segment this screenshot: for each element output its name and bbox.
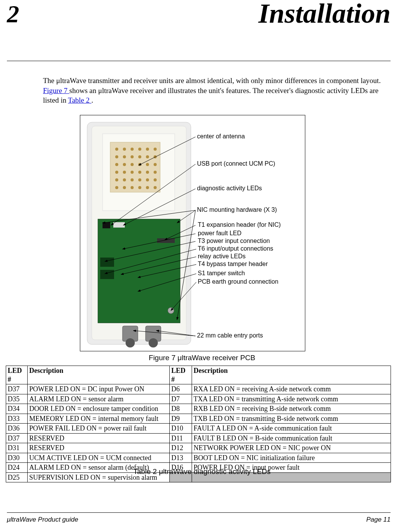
svg-point-18 [131, 163, 134, 166]
svg-point-9 [154, 148, 157, 151]
figure-caption: Figure 7 μltraWave receiver PCB [0, 354, 404, 362]
svg-point-24 [131, 171, 134, 174]
callout-cable-ports: 22 mm cable entry ports [197, 332, 263, 339]
callout-power-fault-led: power fault LED [198, 230, 242, 236]
figure-7-image: center of antenna USB port (connect UCM … [80, 115, 305, 351]
svg-point-29 [123, 178, 126, 181]
table-link[interactable]: Table 2 [68, 96, 91, 104]
intro-text-2: shows an μltraWave receiver and illustra… [43, 86, 379, 105]
callout-diag-leds: diagnostic activity LEDs [197, 185, 262, 191]
cell: RESERVED [28, 443, 170, 453]
cell: ALARM LED ON = sensor alarm [28, 394, 170, 404]
svg-rect-41 [103, 222, 110, 228]
callout-usb-port: USB port (connect UCM PC) [197, 160, 275, 167]
callout-t4-bypass: T4 bypass tamper header [198, 261, 268, 267]
svg-point-20 [146, 163, 149, 166]
callout-pcb-earth: PCB earth ground connection [198, 278, 278, 285]
svg-point-31 [138, 178, 141, 181]
svg-point-6 [131, 148, 134, 151]
svg-point-38 [146, 186, 149, 189]
svg-rect-42 [113, 222, 125, 228]
svg-point-16 [115, 163, 118, 166]
cell: D9 [170, 414, 192, 424]
cell: D11 [170, 433, 192, 443]
svg-point-35 [123, 186, 126, 189]
cell: D33 [6, 414, 28, 424]
svg-point-30 [131, 178, 134, 181]
footer-divider [7, 512, 391, 513]
svg-point-28 [115, 178, 118, 181]
svg-point-36 [131, 186, 134, 189]
svg-point-11 [123, 155, 126, 158]
svg-point-12 [131, 155, 134, 158]
footer-product: μltraWave Product guide [7, 516, 78, 524]
table-row: D33 MEMEORY LED ON = internal memory fau… [6, 414, 391, 424]
callout-t1-header: T1 expansion header (for NIC) [198, 221, 281, 228]
table-row: D37 RESERVED D11 FAULT B LED ON = B-side… [6, 433, 391, 443]
svg-point-49 [126, 338, 135, 347]
svg-point-32 [146, 178, 149, 181]
svg-rect-45 [157, 238, 175, 243]
svg-point-25 [138, 171, 141, 174]
svg-point-39 [154, 186, 157, 189]
table-row: D35 ALARM LED ON = sensor alarm D7 TXA L… [6, 394, 391, 404]
svg-point-37 [138, 186, 141, 189]
svg-point-17 [123, 163, 126, 166]
svg-rect-44 [100, 270, 114, 279]
cell: D10 [170, 424, 192, 434]
intro-text-3: . [91, 96, 93, 104]
table-header-row: LED # Description LED # Description [6, 366, 391, 384]
cell: POWER FAIL LED ON = power rail fault [28, 424, 170, 434]
cell: DOOR LED ON = enclosure tamper condition [28, 404, 170, 414]
table-caption: Table 2 μltraWave diagnostic activity LE… [0, 467, 404, 476]
cell: FAULT B LED ON = B-side communication fa… [192, 433, 391, 443]
svg-point-4 [115, 148, 118, 151]
cell: MEMEORY LED ON = internal memory fault [28, 414, 170, 424]
table-row: D37 POWER LED ON = DC input Power ON D6 … [6, 384, 391, 394]
svg-point-7 [138, 148, 141, 151]
callout-s1-tamper: S1 tamper switch [198, 270, 245, 276]
svg-point-23 [123, 171, 126, 174]
cell: D36 [6, 424, 28, 434]
cell: D37 [6, 384, 28, 394]
svg-point-5 [123, 148, 126, 151]
svg-point-34 [115, 186, 118, 189]
cell: RXB LED ON = receiving B-side network co… [192, 404, 391, 414]
cell: NETWORK POWER LED ON = NIC power ON [192, 443, 391, 453]
svg-point-21 [154, 163, 157, 166]
th-desc2: Description [192, 366, 391, 384]
table-row: D30 UCM ACTIVE LED ON = UCM connected D1… [6, 453, 391, 463]
svg-point-26 [146, 171, 149, 174]
svg-point-13 [138, 155, 141, 158]
figure-link[interactable]: Figure 7 [43, 86, 70, 95]
callout-center-antenna: center of antenna [197, 133, 245, 140]
cell: TXA LED ON = transmitting A-side network… [192, 394, 391, 404]
led-table: LED # Description LED # Description D37 … [6, 366, 391, 482]
cell: D6 [170, 384, 192, 394]
chapter-number: 2 [7, 0, 19, 28]
th-led1: LED # [6, 366, 28, 384]
cell: POWER LED ON = DC input Power ON [28, 384, 170, 394]
cell: FAULT A LED ON = A-side communication fa… [192, 424, 391, 434]
footer-page: Page 11 [366, 516, 391, 524]
table-row: D34 DOOR LED ON = enclosure tamper condi… [6, 404, 391, 414]
callout-nic-hw: NIC mounting hardware (X 3) [197, 206, 277, 213]
cell: D8 [170, 404, 192, 414]
svg-point-33 [154, 178, 157, 181]
cell: RESERVED [28, 433, 170, 443]
svg-point-22 [115, 171, 118, 174]
cell: D37 [6, 433, 28, 443]
cell: D35 [6, 394, 28, 404]
cell: D34 [6, 404, 28, 414]
callout-t6-io: T6 input/output connections [198, 245, 273, 252]
svg-point-14 [146, 155, 149, 158]
th-led2: LED # [170, 366, 192, 384]
callout-relay-leds: relay active LEDs [198, 253, 246, 259]
callout-t3-power: T3 power input connection [198, 238, 270, 244]
table-row: D31 RESERVED D12 NETWORK POWER LED ON = … [6, 443, 391, 453]
cell: RXA LED ON = receiving A-side network co… [192, 384, 391, 394]
cell: UCM ACTIVE LED ON = UCM connected [28, 453, 170, 463]
intro-text-1: The μltraWave transmitter and receiver u… [43, 76, 381, 85]
table-row: D36 POWER FAIL LED ON = power rail fault… [6, 424, 391, 434]
header-divider [7, 61, 391, 61]
